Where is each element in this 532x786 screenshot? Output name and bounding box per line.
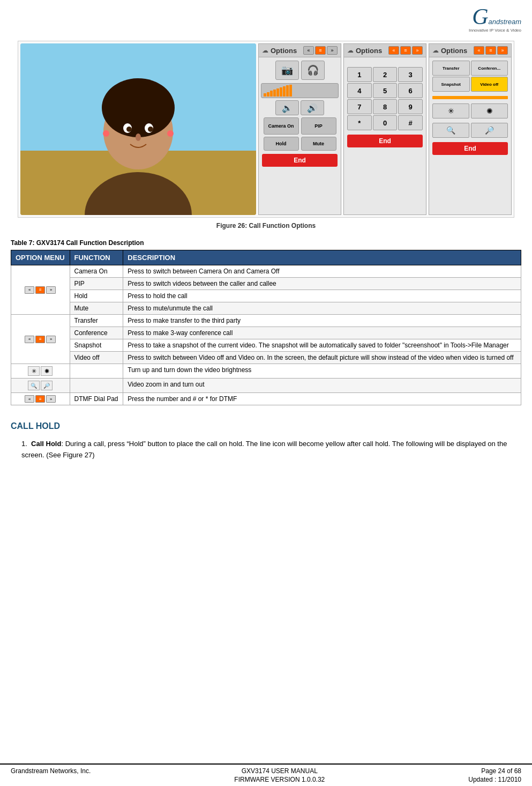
vbar4 xyxy=(273,90,276,97)
panel2-nav-center[interactable]: ≡ xyxy=(400,46,411,55)
camera-on-btn[interactable]: Camera On xyxy=(264,117,299,135)
table-section: Table 7: GXV3174 Call Function Descripti… xyxy=(0,236,532,411)
mute-btn[interactable]: Mute xyxy=(301,137,336,151)
footer-right: Page 24 of 68 Updated : 11/2010 xyxy=(468,767,521,783)
panel2-nav-buttons[interactable]: « ≡ » xyxy=(388,46,423,55)
table-row: Hold Press to hold the call xyxy=(11,290,521,302)
figure-section: ☁ Options « ≡ » 📷 🎧 xyxy=(0,35,532,236)
desc-mute: Press to mute/unmute the call xyxy=(123,302,521,315)
panel3-nav-left[interactable]: « xyxy=(474,46,484,55)
num-btn-8[interactable]: 8 xyxy=(373,99,398,114)
brightness-down-btn[interactable]: ✳ xyxy=(432,103,469,118)
end-btn-1[interactable]: End xyxy=(262,154,338,167)
pip-btn[interactable]: PIP xyxy=(301,117,336,135)
orange-divider xyxy=(432,96,508,99)
brightness-high-icon: ✺ xyxy=(41,366,53,376)
options-panel-1: ☁ Options « ≡ » 📷 🎧 xyxy=(258,43,341,215)
zoom-row[interactable]: 🔍 🔎 xyxy=(431,122,509,139)
panel2-nav-right[interactable]: » xyxy=(412,46,423,55)
transfer-btn[interactable]: Transfer xyxy=(432,61,470,76)
transfer-conference-grid[interactable]: Transfer Conferen... Snapshot Video off xyxy=(431,60,509,93)
panel1-nav-left[interactable]: « xyxy=(303,46,314,55)
panel3-body: Transfer Conferen... Snapshot Video off … xyxy=(429,57,511,214)
video-off-btn[interactable]: Video off xyxy=(471,77,508,92)
footer: Grandstream Networks, Inc. GXV3174 USER … xyxy=(0,763,532,786)
cam-pip-row[interactable]: Camera On PIP xyxy=(261,117,339,135)
panel2-nav-left[interactable]: « xyxy=(388,46,399,55)
num-btn-7[interactable]: 7 xyxy=(347,99,372,114)
snapshot-btn[interactable]: Snapshot xyxy=(432,77,470,92)
desc-brightness: Turn up and turn down the video brightne… xyxy=(123,364,521,379)
num-btn-4[interactable]: 4 xyxy=(347,83,372,98)
camera-icon-btn[interactable]: 📷 xyxy=(275,61,299,80)
panel3-nav-buttons[interactable]: « ≡ » xyxy=(474,46,508,55)
svg-point-10 xyxy=(136,134,141,141)
func-transfer: Transfer xyxy=(70,315,123,327)
num-btn-3[interactable]: 3 xyxy=(398,67,423,82)
callhold-section: CALL HOLD 1. Call Hold: During a call, p… xyxy=(0,411,532,466)
option-menu-cell-zoom: 🔍 🔎 xyxy=(11,379,70,393)
num-btn-0[interactable]: 0 xyxy=(373,115,398,130)
func-hold: Hold xyxy=(70,290,123,302)
vol-down-btn[interactable]: 🔈 xyxy=(275,100,299,115)
callhold-item-num: 1. xyxy=(21,440,27,448)
mini-nav-3: « ≡ » xyxy=(25,395,56,403)
zoom-out-btn[interactable]: 🔎 xyxy=(471,123,508,138)
nav-icon-1: « ≡ » xyxy=(16,286,65,294)
desc-video-off: Press to switch between Video off and Vi… xyxy=(123,352,521,364)
num-btn-5[interactable]: 5 xyxy=(373,83,398,98)
end-btn-3[interactable]: End xyxy=(432,142,508,155)
func-zoom xyxy=(70,379,123,393)
table-row: Mute Press to mute/unmute the call xyxy=(11,302,521,315)
panel1-body: 📷 🎧 xyxy=(259,57,341,214)
volume-bar xyxy=(261,83,339,98)
callhold-item-bold: Call Hold xyxy=(31,440,61,448)
desc-camera-on: Press to switch between Camera On and Ca… xyxy=(123,265,521,278)
func-snapshot: Snapshot xyxy=(70,339,123,352)
volume-buttons[interactable]: 🔈 🔊 xyxy=(261,100,339,115)
vol-up-btn[interactable]: 🔊 xyxy=(301,100,324,115)
num-btn-6[interactable]: 6 xyxy=(398,83,423,98)
zoom-in-btn[interactable]: 🔍 xyxy=(432,123,469,138)
vbar9 xyxy=(289,85,292,97)
num-btn-star[interactable]: * xyxy=(347,115,372,130)
vbar8 xyxy=(286,85,289,97)
brightness-up-btn[interactable]: ✺ xyxy=(471,103,508,118)
func-conference: Conference xyxy=(70,327,123,339)
figure-images: ☁ Options « ≡ » 📷 🎧 xyxy=(18,41,514,218)
svg-point-9 xyxy=(148,127,153,132)
num-btn-2[interactable]: 2 xyxy=(373,67,398,82)
footer-page: Page 24 of 68 xyxy=(468,767,521,775)
panel1-nav-right[interactable]: » xyxy=(327,46,338,55)
brightness-row[interactable]: ✳ ✺ xyxy=(431,102,509,120)
table-row: Conference Press to make 3-way conferenc… xyxy=(11,327,521,339)
headphone-icon-btn[interactable]: 🎧 xyxy=(301,61,325,80)
svg-point-11 xyxy=(103,130,109,137)
logo-tagline: Innovative IP Voice & Video xyxy=(469,28,521,33)
conference-btn[interactable]: Conferen... xyxy=(471,61,508,76)
end-btn-2[interactable]: End xyxy=(347,135,423,147)
panel1-nav-center[interactable]: ≡ xyxy=(315,46,326,55)
panel1-nav-buttons[interactable]: « ≡ » xyxy=(303,46,338,55)
numpad-grid[interactable]: 1 2 3 4 5 6 7 8 9 * 0 # xyxy=(346,66,424,131)
vbar3 xyxy=(270,91,273,97)
desc-zoom: Video zoom in and turn out xyxy=(123,379,521,393)
hold-mute-row[interactable]: Hold Mute xyxy=(261,137,339,151)
main-video-panel xyxy=(20,43,256,215)
table-row: « ≡ » Camera On Press to switch between … xyxy=(11,265,521,278)
num-btn-hash[interactable]: # xyxy=(398,115,423,130)
panel3-nav-right[interactable]: » xyxy=(497,46,508,55)
func-mute: Mute xyxy=(70,302,123,315)
num-btn-1[interactable]: 1 xyxy=(347,67,372,82)
panel2-body: 1 2 3 4 5 6 7 8 9 * 0 # End xyxy=(344,57,426,214)
num-btn-9[interactable]: 9 xyxy=(398,99,423,114)
table-row: ✳ ✺ Turn up and turn down the video brig… xyxy=(11,364,521,379)
wifi-icon-2: ☁ xyxy=(347,47,354,54)
option-menu-cell-brightness: ✳ ✺ xyxy=(11,364,70,379)
mini-nav-right-2: » xyxy=(46,336,56,343)
footer-left: Grandstream Networks, Inc. xyxy=(11,767,91,783)
hold-btn[interactable]: Hold xyxy=(264,137,299,151)
zoom-in-icon: 🔍 xyxy=(28,381,40,390)
logo-area: G andstream Innovative IP Voice & Video xyxy=(469,5,521,33)
panel3-nav-center[interactable]: ≡ xyxy=(485,46,496,55)
